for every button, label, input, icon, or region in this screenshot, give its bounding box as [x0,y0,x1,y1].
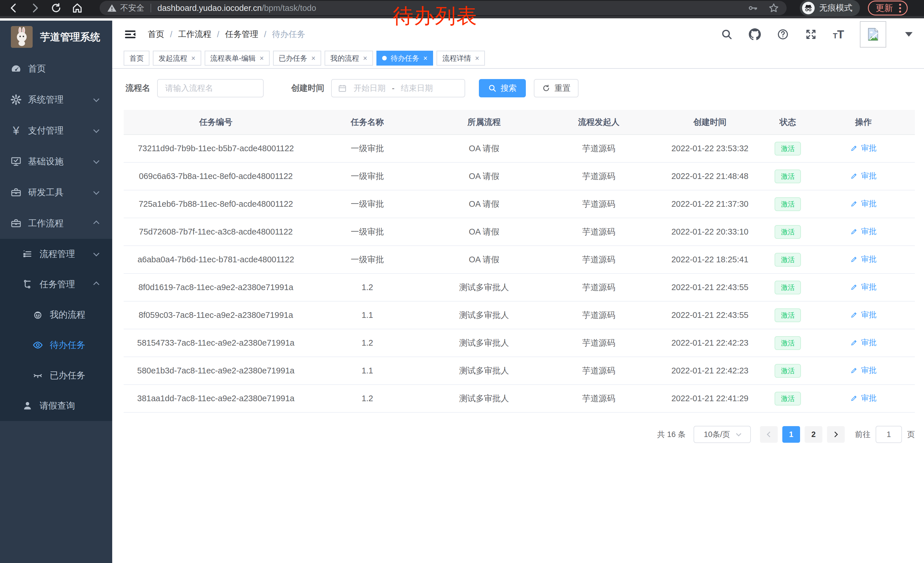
page-button-1[interactable]: 1 [782,426,800,443]
approve-link[interactable]: 审批 [850,337,876,348]
task-name: 一级审批 [308,135,427,162]
avatar-dropdown-caret[interactable] [905,32,912,37]
url-path: /bpm/task/todo [262,3,316,13]
github-icon[interactable] [749,29,761,41]
tab-done-tasks[interactable]: 已办任务× [273,51,321,66]
fullscreen-icon[interactable] [805,29,817,41]
task-name: 一级审批 [308,162,427,190]
tab-start-process[interactable]: 发起流程× [153,51,201,66]
breadcrumb-separator: / [170,30,172,39]
process-name-input[interactable] [157,79,264,98]
app-logo-row[interactable]: 芋道管理系统 [0,21,112,53]
search-icon[interactable] [721,29,733,41]
sidebar-item-process-management[interactable]: 流程管理 [0,239,112,269]
tab-label: 流程详情 [442,54,471,63]
reset-button[interactable]: 重置 [534,79,579,98]
approve-link[interactable]: 审批 [850,226,876,237]
font-size-icon[interactable]: TT [833,28,844,41]
help-icon[interactable] [777,29,789,41]
sidebar-item-task-management[interactable]: 任务管理 [0,269,112,300]
pagination-total: 共 16 条 [657,429,686,440]
browser-update-button[interactable]: 更新 [868,1,908,15]
sidebar-item-my-process[interactable]: 我的流程 [0,300,112,330]
prev-page-button[interactable] [760,426,778,443]
pencil-icon [850,255,858,263]
page-button-2[interactable]: 2 [805,426,822,443]
browser-reload-button[interactable] [50,2,62,14]
close-icon[interactable]: × [311,54,316,62]
task-created: 2022-01-22 20:33:10 [656,218,764,246]
task-initiator: 芋道源码 [541,190,656,218]
tab-home[interactable]: 首页 [124,51,149,66]
approve-link[interactable]: 审批 [850,365,876,375]
tab-todo-tasks[interactable]: 待办任务× [376,51,434,66]
col-create-time: 创建时间 [656,110,764,135]
sidebar-item-label: 待办任务 [50,339,85,351]
status-badge: 激活 [775,253,801,267]
user-icon [22,400,33,411]
sidebar-collapse-icon[interactable] [124,28,137,41]
tab-process-form-edit[interactable]: 流程表单-编辑× [205,51,270,66]
tab-process-detail[interactable]: 流程详情× [436,51,485,66]
close-icon[interactable]: × [363,54,367,62]
bookmark-star-icon[interactable] [768,3,779,14]
approve-link[interactable]: 审批 [850,171,876,181]
refresh-icon [542,84,550,93]
approve-link[interactable]: 审批 [850,393,876,403]
sidebar-item-home[interactable]: 首页 [0,53,112,84]
sidebar-item-infrastructure[interactable]: 基础设施 [0,146,112,177]
approve-link[interactable]: 审批 [850,282,876,292]
search-button[interactable]: 搜索 [479,79,526,98]
breadcrumb-separator: / [264,30,266,39]
monitor-icon [10,156,22,167]
task-created: 2022-01-21 22:43:55 [656,301,764,329]
tab-label: 发起流程 [159,54,187,63]
close-icon[interactable]: × [191,54,195,62]
sidebar-item-leave-query[interactable]: 请假查询 [0,390,112,421]
yen-icon: ¥ [10,125,22,136]
task-name: 1.2 [308,273,427,301]
browser-menu-icon[interactable] [899,4,901,13]
breadcrumb-workflow[interactable]: 工作流程 [178,29,211,40]
sidebar-item-done-tasks[interactable]: 已办任务 [0,360,112,390]
robot-face-icon [32,309,44,320]
approve-link[interactable]: 审批 [850,143,876,153]
breadcrumb-home[interactable]: 首页 [148,29,164,40]
browser-forward-button[interactable] [28,2,41,14]
status-badge: 激活 [775,364,801,378]
avatar[interactable] [860,21,886,48]
sidebar-item-system[interactable]: 系统管理 [0,84,112,115]
task-id: 8f059c03-7ac8-11ec-a9e2-a2380e71991a [124,301,308,329]
tab-my-process[interactable]: 我的流程× [325,51,373,66]
approve-link[interactable]: 审批 [850,254,876,264]
key-icon[interactable] [748,3,758,13]
approve-link[interactable]: 审批 [850,198,876,209]
next-page-button[interactable] [827,426,845,443]
approve-link[interactable]: 审批 [850,309,876,320]
page-size-select[interactable]: 10条/页 [694,426,751,443]
browser-home-button[interactable] [71,2,84,14]
app-title: 芋道管理系统 [40,30,100,44]
task-created: 2022-01-21 22:42:23 [656,329,764,357]
tags-view-bar: 首页 发起流程× 流程表单-编辑× 已办任务× 我的流程× 待办任务× 流程详情… [112,48,924,69]
sidebar-item-payment[interactable]: ¥ 支付管理 [0,115,112,146]
task-initiator: 芋道源码 [541,384,656,412]
date-range-input[interactable]: 开始日期 - 结束日期 [331,79,465,98]
list-tree-icon [22,248,33,260]
sidebar-item-label: 首页 [28,63,46,75]
close-icon[interactable]: × [260,54,264,62]
calendar-icon [338,83,347,93]
pencil-icon [850,200,858,208]
sidebar-item-devtools[interactable]: 研发工具 [0,177,112,208]
security-label: 不安全 [120,3,144,14]
create-time-label: 创建时间 [291,83,324,94]
task-process: OA 请假 [427,135,542,162]
browser-back-button[interactable] [8,2,20,14]
goto-page-input[interactable] [876,426,902,443]
breadcrumb-task-management[interactable]: 任务管理 [225,29,258,40]
close-icon[interactable]: × [475,54,479,62]
sidebar-item-workflow[interactable]: 工作流程 [0,208,112,239]
task-initiator: 芋道源码 [541,218,656,246]
sidebar-item-todo-tasks[interactable]: 待办任务 [0,330,112,360]
close-icon[interactable]: × [423,54,428,62]
